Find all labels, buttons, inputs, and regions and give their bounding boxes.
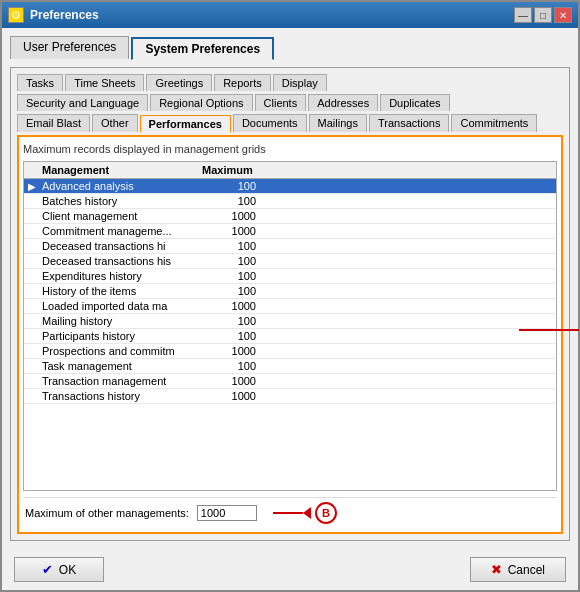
arrow-line-a	[519, 329, 579, 331]
management-grid: Management Maximum ▶ Advanced analysis 1…	[23, 161, 557, 491]
tab-regional-options[interactable]: Regional Options	[150, 94, 252, 111]
table-row[interactable]: Deceased transactions hi 100	[24, 239, 556, 254]
tab-mailings[interactable]: Mailings	[309, 114, 367, 132]
tab-content-area: Tasks Time Sheets Greetings Reports Disp…	[10, 67, 570, 541]
tab-user-preferences[interactable]: User Preferences	[10, 36, 129, 59]
cancel-button[interactable]: ✖ Cancel	[470, 557, 566, 582]
maximize-button[interactable]: □	[534, 7, 552, 23]
hint-text: Maximum records displayed in management …	[23, 141, 557, 157]
tab-documents[interactable]: Documents	[233, 114, 307, 132]
tab-email-blast[interactable]: Email Blast	[17, 114, 90, 132]
table-row[interactable]: ▶ Advanced analysis 100	[24, 179, 556, 194]
tab-reports[interactable]: Reports	[214, 74, 271, 91]
col-header-maximum: Maximum	[202, 164, 272, 176]
annotation-circle-b: B	[315, 502, 337, 524]
check-icon: ✔	[42, 562, 53, 577]
ok-button[interactable]: ✔ OK	[14, 557, 104, 582]
close-button[interactable]: ✕	[554, 7, 572, 23]
tab-tasks[interactable]: Tasks	[17, 74, 63, 91]
tab-display[interactable]: Display	[273, 74, 327, 91]
grid-wrapper: Management Maximum ▶ Advanced analysis 1…	[23, 161, 557, 491]
tab-duplicates[interactable]: Duplicates	[380, 94, 449, 111]
footer: ✔ OK ✖ Cancel	[2, 549, 578, 590]
table-row[interactable]: Prospections and commitm 1000	[24, 344, 556, 359]
performances-panel: Maximum records displayed in management …	[17, 135, 563, 534]
arrow-line-b	[273, 512, 303, 514]
table-row[interactable]: Batches history 100	[24, 194, 556, 209]
subtab-row-2: Security and Language Regional Options C…	[17, 94, 563, 111]
tab-other[interactable]: Other	[92, 114, 138, 132]
bottom-section: Maximum of other managements: B	[23, 497, 557, 528]
table-row[interactable]: Expenditures history 100	[24, 269, 556, 284]
col-header-management: Management	[42, 164, 202, 176]
max-other-input[interactable]	[197, 505, 257, 521]
title-bar: ⚙ Preferences — □ ✕	[2, 2, 578, 28]
tab-security-language[interactable]: Security and Language	[17, 94, 148, 111]
tab-performances[interactable]: Performances	[140, 115, 231, 133]
tab-clients[interactable]: Clients	[255, 94, 307, 111]
annotation-b: B	[273, 502, 337, 524]
table-row[interactable]: Deceased transactions his 100	[24, 254, 556, 269]
table-row[interactable]: Task management 100	[24, 359, 556, 374]
tab-transactions[interactable]: Transactions	[369, 114, 450, 132]
annotation-a: A	[519, 319, 580, 341]
table-row[interactable]: Transaction management 1000	[24, 374, 556, 389]
table-row[interactable]: Commitment manageme... 1000	[24, 224, 556, 239]
max-other-label: Maximum of other managements:	[25, 507, 189, 519]
window-title: Preferences	[30, 8, 99, 22]
tab-commitments[interactable]: Commitments	[451, 114, 537, 132]
subtab-row-1: Tasks Time Sheets Greetings Reports Disp…	[17, 74, 563, 91]
table-row[interactable]: Participants history 100	[24, 329, 556, 344]
tab-system-preferences[interactable]: System Preferences	[131, 37, 274, 60]
arrow-head-b	[303, 507, 311, 519]
table-row[interactable]: History of the items 100	[24, 284, 556, 299]
subtab-row-3: Email Blast Other Performances Documents…	[17, 114, 563, 132]
window-icon: ⚙	[8, 7, 24, 23]
grid-header: Management Maximum	[24, 162, 556, 179]
tab-greetings[interactable]: Greetings	[146, 74, 212, 91]
x-icon: ✖	[491, 562, 502, 577]
minimize-button[interactable]: —	[514, 7, 532, 23]
window-body: User Preferences System Preferences Task…	[2, 28, 578, 549]
table-row[interactable]: Transactions history 1000	[24, 389, 556, 404]
table-row[interactable]: Client management 1000	[24, 209, 556, 224]
tab-addresses[interactable]: Addresses	[308, 94, 378, 111]
table-row[interactable]: Loaded imported data ma 1000	[24, 299, 556, 314]
grid-body[interactable]: ▶ Advanced analysis 100 Batches history …	[24, 179, 556, 490]
main-tab-bar: User Preferences System Preferences	[10, 36, 570, 59]
table-row[interactable]: Mailing history 100	[24, 314, 556, 329]
tab-time-sheets[interactable]: Time Sheets	[65, 74, 144, 91]
preferences-window: ⚙ Preferences — □ ✕ User Preferences Sys…	[0, 0, 580, 592]
